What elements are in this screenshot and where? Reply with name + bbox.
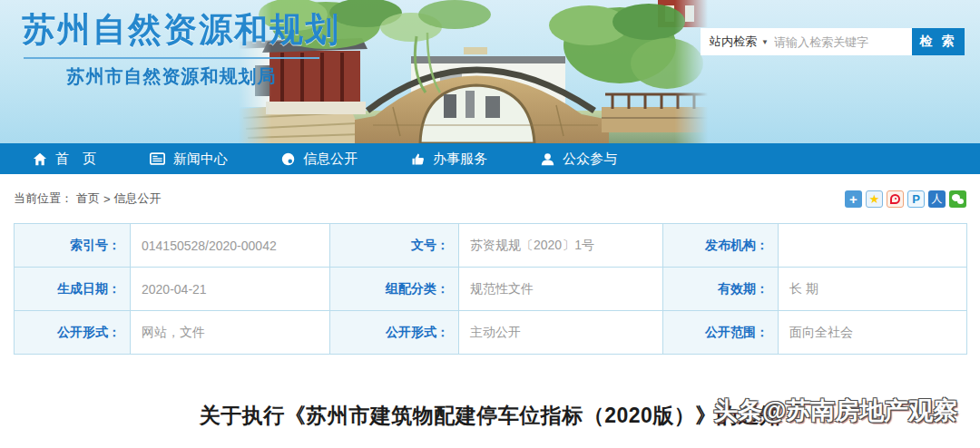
nav-label: 公众参与 [563,151,617,168]
home-icon [33,152,47,166]
nav-item-news[interactable]: 新闻中心 [150,151,228,168]
weibo-icon[interactable] [887,190,904,208]
meta-label-open-scope: 公开范围： [663,311,779,355]
table-row: 索引号： 014150528/2020-00042 文号： 苏资规规〔2020〕… [15,224,967,268]
meta-label-validity: 有效期： [663,268,779,311]
table-row: 生成日期： 2020-04-21 组配分类： 规范性文件 有效期： 长 期 [15,268,967,311]
chevron-down-icon: ▼ [761,38,769,46]
breadcrumb: 当前位置： 首页 > 信息公开 [14,190,162,207]
meta-label-index-no: 索引号： [15,224,131,268]
search-box: 站内检索 ▼ [701,28,912,55]
meta-value-index-no: 014150528/2020-00042 [131,224,330,268]
share-plus-icon[interactable]: + [845,190,862,208]
article-section: 关于执行《苏州市建筑物配建停车位指标（2020版）》的通知 头条@苏南房地产观察 [0,355,980,445]
breadcrumb-home-link[interactable]: 首页 [76,190,100,207]
search-scope-label: 站内检索 [710,34,757,50]
meta-label-open-mode: 公开形式： [330,311,459,355]
meta-value-open-form: 网站，文件 [131,311,330,355]
thumbup-icon [411,152,425,166]
globe-icon [281,152,295,166]
share-toolbar: + ★ P 人 [845,190,966,208]
nav-label: 首 页 [55,151,96,168]
meta-value-category: 规范性文件 [459,268,663,311]
nav-item-services[interactable]: 办事服务 [411,151,487,168]
breadcrumb-bar: 当前位置： 首页 > 信息公开 + ★ P 人 [0,174,980,223]
nav-label: 新闻中心 [173,151,228,168]
meta-label-category: 组配分类： [330,268,459,311]
search-scope-dropdown[interactable]: 站内检索 ▼ [701,34,774,50]
breadcrumb-separator: > [103,192,111,206]
wechat-icon[interactable] [949,190,966,208]
main-nav: 首 页 新闻中心 信息公开 办事服务 公众参与 [0,143,980,174]
meta-value-open-scope: 面向全社会 [779,311,967,355]
nav-item-public-participation[interactable]: 公众参与 [541,151,617,168]
document-meta-table: 索引号： 014150528/2020-00042 文号： 苏资规规〔2020〕… [14,223,967,355]
site-title: 苏州自然资源和规划 [22,7,321,53]
user-icon [541,152,554,166]
nav-item-info-disclosure[interactable]: 信息公开 [281,151,358,168]
meta-label-doc-no: 文号： [330,224,459,268]
meta-label-date: 生成日期： [15,268,131,311]
site-subtitle: 苏州市自然资源和规划局 [22,64,321,89]
share-p-icon[interactable]: P [907,190,925,208]
nav-label: 办事服务 [433,151,487,168]
qzone-icon[interactable]: ★ [866,190,883,208]
brand-divider [24,57,319,59]
table-row: 公开形式： 网站，文件 公开形式： 主动公开 公开范围： 面向全社会 [15,311,967,355]
article-title: 关于执行《苏州市建筑物配建停车位指标（2020版）》的通知 [0,355,980,430]
nav-label: 信息公开 [303,151,358,168]
meta-value-doc-no: 苏资规规〔2020〕1号 [459,224,663,268]
meta-value-date: 2020-04-21 [131,268,330,311]
renren-icon[interactable]: 人 [928,190,946,208]
meta-value-issuer [779,224,967,268]
nav-item-home[interactable]: 首 页 [33,151,96,168]
news-icon [150,152,165,165]
meta-value-validity: 长 期 [779,268,967,311]
search-button[interactable]: 检 索 [912,28,965,55]
breadcrumb-current-link[interactable]: 信息公开 [114,190,162,207]
meta-label-issuer: 发布机构： [663,224,779,268]
site-brand: 苏州自然资源和规划 苏州市自然资源和规划局 [22,7,321,89]
meta-value-open-mode: 主动公开 [459,311,663,355]
breadcrumb-prefix: 当前位置： [14,190,73,207]
search-input[interactable] [774,35,912,49]
site-search: 站内检索 ▼ 检 索 [701,28,965,55]
site-header: 苏州自然资源和规划 苏州市自然资源和规划局 站内检索 ▼ 检 索 [0,0,980,143]
meta-label-open-form: 公开形式： [15,311,131,355]
